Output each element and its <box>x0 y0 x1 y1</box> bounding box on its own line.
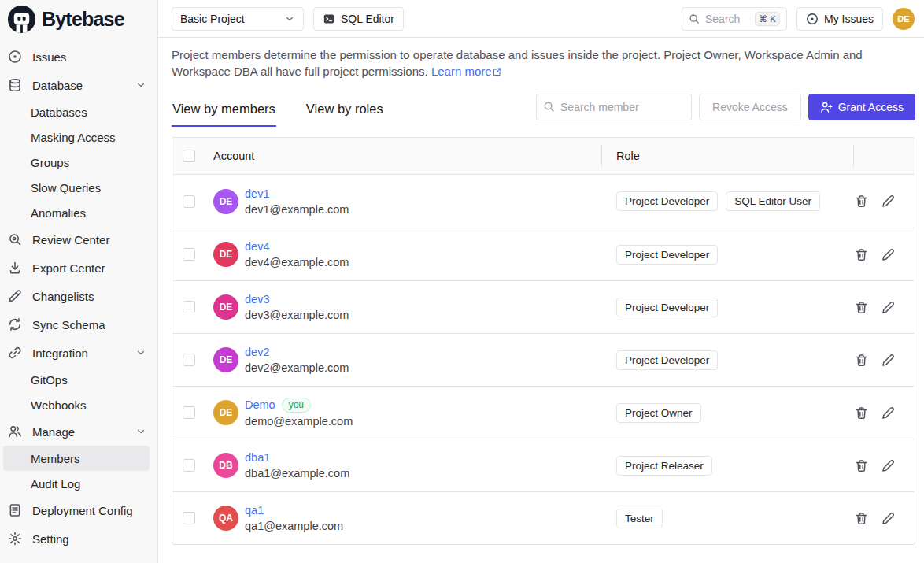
file-icon <box>8 503 22 517</box>
tab-view-by-members[interactable]: View by members <box>172 98 276 127</box>
sidebar-item-setting[interactable]: Setting <box>0 524 157 553</box>
sql-editor-button[interactable]: SQL Editor <box>313 7 404 31</box>
sidebar-item-groups[interactable]: Groups <box>0 150 157 175</box>
sidebar-item-label: Changelists <box>32 290 94 303</box>
grant-access-label: Grant Access <box>838 101 904 113</box>
role-badge: Project Developer <box>616 350 718 370</box>
member-name-link[interactable]: dev3 <box>245 292 269 306</box>
member-name-link[interactable]: Demo <box>245 398 275 412</box>
row-checkbox[interactable] <box>183 512 195 524</box>
role-badge: Project Developer <box>616 298 718 317</box>
delete-member-button[interactable] <box>855 512 868 525</box>
sidebar-item-label: Review Center <box>32 233 109 246</box>
role-badge: Tester <box>616 509 663 528</box>
review-icon <box>8 232 22 246</box>
sidebar-item-anomalies[interactable]: Anomalies <box>0 200 157 225</box>
project-select[interactable]: Basic Project <box>172 7 304 31</box>
member-email: qa1@example.com <box>245 519 343 533</box>
sidebar-item-label: Database <box>32 79 83 92</box>
edit-member-button[interactable] <box>881 194 895 208</box>
role-badge: SQL Editor User <box>726 191 820 211</box>
you-badge: you <box>282 398 311 413</box>
delete-member-button[interactable] <box>855 406 868 420</box>
edit-member-button[interactable] <box>881 406 895 420</box>
table-row: DEdev4dev4@example.comProject Developer <box>172 228 915 280</box>
delete-member-button[interactable] <box>855 354 868 367</box>
circle-dot-icon <box>8 50 22 64</box>
row-checkbox[interactable] <box>183 195 195 208</box>
sidebar-item-slow-queries[interactable]: Slow Queries <box>0 175 157 200</box>
pencil-icon <box>881 512 895 525</box>
edit-member-button[interactable] <box>881 354 895 367</box>
sidebar-item-gitops[interactable]: GitOps <box>0 367 157 392</box>
tab-view-by-roles[interactable]: View by roles <box>305 98 384 127</box>
sidebar-item-issues[interactable]: Issues <box>0 43 157 71</box>
member-email: dev1@example.com <box>245 202 349 217</box>
edit-member-button[interactable] <box>881 301 895 314</box>
row-checkbox[interactable] <box>183 459 195 472</box>
delete-member-button[interactable] <box>855 248 868 261</box>
sidebar-item-database[interactable]: Database <box>0 71 157 99</box>
sidebar-item-changelists[interactable]: Changelists <box>0 282 157 310</box>
sidebar-item-deployment-config[interactable]: Deployment Config <box>0 496 157 524</box>
sidebar: Bytebase IssuesDatabaseDatabasesMasking … <box>0 0 158 563</box>
table-row: DEDemoyoudemo@example.comProject Owner <box>172 386 915 439</box>
sidebar-item-label: Webhooks <box>31 398 87 412</box>
pencil-icon <box>881 301 895 314</box>
trash-icon <box>855 459 868 472</box>
row-checkbox[interactable] <box>183 248 195 261</box>
trash-icon <box>855 406 868 420</box>
sidebar-item-review-center[interactable]: Review Center <box>0 225 157 254</box>
sidebar-item-integration[interactable]: Integration <box>0 339 157 367</box>
row-checkbox[interactable] <box>183 406 195 419</box>
search-icon <box>689 13 700 24</box>
page-description: Project members determine the permission… <box>172 46 915 80</box>
edit-member-button[interactable] <box>881 512 895 525</box>
delete-member-button[interactable] <box>855 194 868 208</box>
member-name-link[interactable]: qa1 <box>245 503 264 517</box>
trash-icon <box>855 194 868 208</box>
learn-more-link[interactable]: Learn more <box>431 65 502 78</box>
sidebar-item-label: Issues <box>32 50 66 64</box>
column-header-actions <box>853 138 915 174</box>
member-avatar: QA <box>213 506 238 531</box>
toolbar-actions: Revoke Access Grant Access <box>536 94 915 120</box>
search-member-input[interactable] <box>536 94 692 120</box>
member-name-link[interactable]: dev1 <box>245 187 269 201</box>
gear-icon <box>8 532 22 546</box>
sidebar-item-label: Audit Log <box>31 477 80 491</box>
role-badge: Project Owner <box>616 403 701 423</box>
user-avatar[interactable]: DE <box>893 8 915 30</box>
role-badge: Project Developer <box>616 245 718 265</box>
sidebar-item-sync-schema[interactable]: Sync Schema <box>0 310 157 339</box>
trash-icon <box>855 248 868 261</box>
revoke-access-button[interactable]: Revoke Access <box>699 94 801 120</box>
my-issues-button[interactable]: My Issues <box>796 7 883 31</box>
member-avatar: DE <box>213 400 238 425</box>
sidebar-item-export-center[interactable]: Export Center <box>0 254 157 282</box>
member-name-link[interactable]: dev2 <box>245 345 269 359</box>
bytebase-logo[interactable]: Bytebase <box>0 0 157 38</box>
sidebar-item-manage[interactable]: Manage <box>0 417 157 446</box>
select-all-checkbox[interactable] <box>183 150 195 162</box>
sidebar-item-masking-access[interactable]: Masking Access <box>0 124 157 150</box>
chevron-down-icon <box>135 80 146 91</box>
edit-member-button[interactable] <box>881 459 895 472</box>
sidebar-item-members[interactable]: Members <box>3 446 150 471</box>
delete-member-button[interactable] <box>855 459 868 472</box>
sidebar-item-audit-log[interactable]: Audit Log <box>0 471 157 496</box>
row-checkbox[interactable] <box>183 301 195 313</box>
member-email: demo@example.com <box>245 414 353 428</box>
edit-member-button[interactable] <box>881 248 895 261</box>
global-search-button[interactable]: Search ⌘ K <box>682 7 787 31</box>
role-badge: Project Releaser <box>616 456 712 476</box>
sidebar-item-webhooks[interactable]: Webhooks <box>0 392 157 417</box>
role-badge: Project Developer <box>616 191 718 211</box>
member-name-link[interactable]: dev4 <box>245 239 269 254</box>
sidebar-item-databases[interactable]: Databases <box>0 99 157 124</box>
sidebar-item-label: Integration <box>32 346 88 360</box>
delete-member-button[interactable] <box>855 301 868 314</box>
grant-access-button[interactable]: Grant Access <box>808 94 915 120</box>
member-name-link[interactable]: dba1 <box>245 450 270 465</box>
row-checkbox[interactable] <box>183 354 195 366</box>
